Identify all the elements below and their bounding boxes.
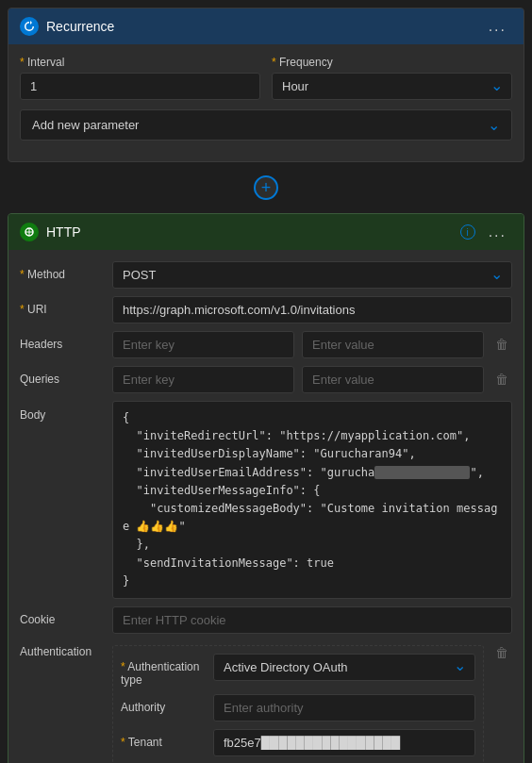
add-step-btn[interactable]: + xyxy=(254,175,278,200)
auth-section: * Authentication type Active Directory O… xyxy=(112,645,484,763)
tenant-row: * Tenant xyxy=(121,729,475,756)
headers-inputs xyxy=(112,331,484,358)
method-label: * Method xyxy=(20,261,105,281)
http-menu-btn[interactable]: ... xyxy=(483,222,512,242)
uri-content xyxy=(112,296,512,323)
recurrence-icon xyxy=(20,17,39,36)
queries-delete-btn[interactable]: 🗑 xyxy=(491,366,512,392)
auth-label: Authentication xyxy=(20,641,105,658)
auth-type-content: Active Directory OAuth xyxy=(213,654,475,681)
http-header: HTTP i ... xyxy=(8,214,524,250)
add-param-chevron: ⌄ xyxy=(488,116,500,134)
cookie-label: Cookie xyxy=(20,606,105,626)
recurrence-header: Recurrence ... xyxy=(8,8,524,44)
add-param-btn[interactable]: Add new parameter ⌄ xyxy=(20,109,512,141)
headers-value-input[interactable] xyxy=(302,331,484,358)
http-info-btn[interactable]: i xyxy=(460,224,475,240)
auth-type-select-wrapper: Active Directory OAuth xyxy=(213,654,475,681)
recurrence-card: Recurrence ... * Interval * Frequency Ho… xyxy=(8,8,524,162)
auth-content: * Authentication type Active Directory O… xyxy=(112,641,484,763)
uri-label: * URI xyxy=(20,296,105,316)
headers-label: Headers xyxy=(20,331,105,351)
headers-delete-btn[interactable]: 🗑 xyxy=(491,331,512,357)
tenant-input[interactable] xyxy=(213,729,475,756)
tenant-label: * Tenant xyxy=(121,729,206,749)
frequency-select[interactable]: Hour xyxy=(272,73,512,100)
authority-content xyxy=(213,694,475,722)
auth-type-label: * Authentication type xyxy=(121,654,206,687)
queries-value-input[interactable] xyxy=(302,366,484,393)
recurrence-header-right: ... xyxy=(483,16,512,37)
add-param-row: Add new parameter ⌄ xyxy=(20,109,512,141)
frequency-group: * Frequency Hour xyxy=(272,56,512,100)
add-param-wrapper: Add new parameter ⌄ xyxy=(20,109,512,141)
http-card: HTTP i ... * Method POST * URI xyxy=(8,213,524,763)
queries-key-input[interactable] xyxy=(112,366,294,393)
body-content: { "inviteRedirectUrl": "https://myapplic… xyxy=(112,401,512,599)
auth-row: Authentication * Authentication type Act… xyxy=(20,641,512,763)
body-row: Body { "inviteRedirectUrl": "https://mya… xyxy=(20,401,512,599)
http-icon xyxy=(20,223,39,241)
recurrence-menu-btn[interactable]: ... xyxy=(483,16,512,37)
method-content: POST xyxy=(112,261,512,289)
cookie-row: Cookie xyxy=(20,606,512,634)
auth-type-row: * Authentication type Active Directory O… xyxy=(121,654,475,687)
http-header-right: i ... xyxy=(460,222,512,242)
authority-label: Authority xyxy=(121,694,206,714)
body-label: Body xyxy=(20,401,105,422)
recurrence-title: Recurrence xyxy=(46,19,114,34)
cookie-input[interactable] xyxy=(112,606,512,634)
email-blurred: ██████████████ xyxy=(374,466,470,479)
queries-label: Queries xyxy=(20,366,105,386)
interval-frequency-row: * Interval * Frequency Hour xyxy=(20,56,512,100)
add-param-label: Add new parameter xyxy=(32,118,139,132)
queries-content xyxy=(112,366,484,393)
frequency-select-wrapper: Hour xyxy=(272,73,512,100)
header-left: Recurrence xyxy=(20,17,114,36)
tenant-content xyxy=(213,729,475,756)
connector: + xyxy=(0,170,532,206)
interval-input[interactable] xyxy=(20,73,260,100)
cookie-content xyxy=(112,606,512,634)
auth-type-select[interactable]: Active Directory OAuth xyxy=(213,654,475,681)
auth-delete-btn[interactable]: 🗑 xyxy=(491,641,512,666)
http-header-left: HTTP xyxy=(20,223,81,241)
authority-input[interactable] xyxy=(213,694,475,722)
body-textarea[interactable]: { "inviteRedirectUrl": "https://myapplic… xyxy=(112,401,512,599)
headers-content xyxy=(112,331,484,358)
recurrence-body: * Interval * Frequency Hour Add new para… xyxy=(8,44,524,161)
uri-input[interactable] xyxy=(112,296,512,323)
interval-group: * Interval xyxy=(20,56,260,100)
method-select[interactable]: POST xyxy=(112,261,512,289)
headers-row: Headers 🗑 xyxy=(20,331,512,358)
method-row: * Method POST xyxy=(20,261,512,289)
http-body: * Method POST * URI Headers xyxy=(8,250,524,763)
queries-inputs xyxy=(112,366,484,393)
method-select-wrapper: POST xyxy=(112,261,512,289)
headers-key-input[interactable] xyxy=(112,331,294,358)
uri-row: * URI xyxy=(20,296,512,323)
interval-label: * Interval xyxy=(20,56,260,69)
http-title: HTTP xyxy=(46,224,81,240)
queries-row: Queries 🗑 xyxy=(20,366,512,393)
frequency-label: * Frequency xyxy=(272,56,512,69)
authority-row: Authority xyxy=(121,694,475,722)
